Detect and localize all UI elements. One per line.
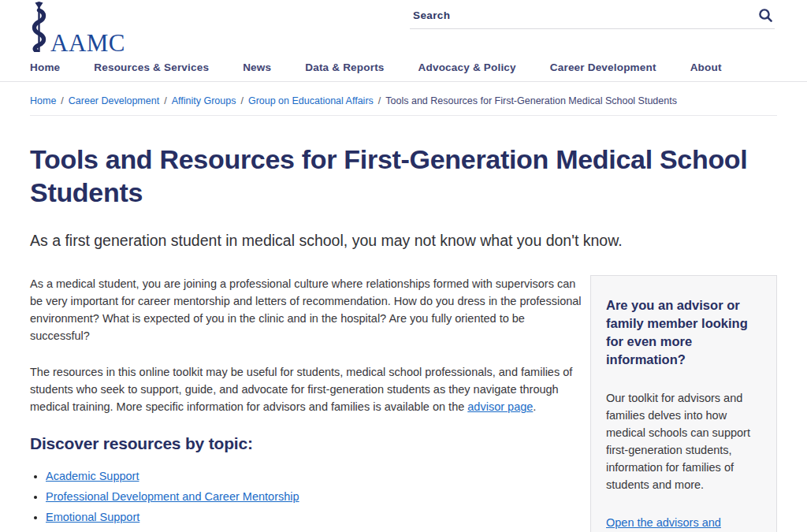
callout-body: Our toolkit for advisors and families de… (606, 389, 761, 493)
nav-news[interactable]: News (243, 61, 271, 73)
breadcrumb-affinity-groups[interactable]: Affinity Groups (172, 95, 236, 106)
breadcrumb-career-development[interactable]: Career Development (69, 95, 159, 106)
intro-paragraph: As a medical student, you are joining a … (30, 275, 582, 344)
topic-link-professional-development[interactable]: Professional Development and Career Ment… (46, 490, 299, 503)
rod-of-asclepius-icon (30, 2, 48, 52)
advisor-family-callout: Are you an advisor or family member look… (590, 275, 777, 532)
main-content: Tools and Resources for First-Generation… (0, 143, 807, 532)
breadcrumb-current: Tools and Resources for First-Generation… (385, 95, 677, 106)
topic-link-emotional-support[interactable]: Emotional Support (46, 511, 139, 523)
list-item: Academic Support (46, 470, 582, 483)
breadcrumb-separator: / (61, 95, 63, 106)
breadcrumb-separator: / (378, 95, 381, 106)
callout-heading: Are you an advisor or family member look… (606, 296, 761, 369)
topic-list: Academic Support Professional Developmen… (30, 470, 582, 532)
breadcrumb: Home/Career Development/Affinity Groups/… (30, 82, 777, 116)
breadcrumb-separator: / (240, 95, 243, 106)
breadcrumb-separator: / (164, 95, 166, 106)
search-input[interactable] (410, 9, 758, 21)
nav-career-development[interactable]: Career Development (550, 61, 656, 73)
search-icon[interactable] (758, 8, 775, 23)
nav-data-reports[interactable]: Data & Reports (305, 61, 384, 73)
advisors-toolkit-link[interactable]: Open the advisors and families toolkit (606, 514, 761, 532)
aamc-wordmark: AAMC (50, 34, 125, 52)
page-subtitle: As a first generation student in medical… (30, 230, 777, 251)
nav-home[interactable]: Home (30, 61, 60, 73)
aamc-logo[interactable]: AAMC (30, 2, 125, 52)
main-nav: Home Resources & Services News Data & Re… (30, 61, 722, 73)
breadcrumb-group-educational-affairs[interactable]: Group on Educational Affairs (248, 95, 374, 106)
site-header: AAMC Home Resources & Services News Data… (0, 0, 807, 82)
nav-advocacy-policy[interactable]: Advocacy & Policy (418, 61, 516, 73)
nav-resources-services[interactable]: Resources & Services (94, 61, 209, 73)
advisor-page-link[interactable]: advisor page (467, 400, 533, 413)
nav-about[interactable]: About (690, 61, 722, 73)
breadcrumb-row: Home/Career Development/Affinity Groups/… (0, 82, 807, 116)
list-item: Professional Development and Career Ment… (46, 490, 582, 504)
toolkit-paragraph-period: . (533, 400, 536, 413)
breadcrumb-home[interactable]: Home (30, 95, 56, 106)
page-title: Tools and Resources for First-Generation… (30, 143, 777, 209)
content-columns: As a medical student, you are joining a … (30, 275, 777, 532)
discover-heading: Discover resources by topic: (30, 434, 582, 453)
list-item: Emotional Support (46, 511, 582, 524)
topic-link-academic-support[interactable]: Academic Support (46, 470, 139, 482)
search-bar (410, 8, 775, 29)
article-body: As a medical student, you are joining a … (30, 275, 582, 532)
toolkit-paragraph: The resources in this online toolkit may… (30, 363, 582, 415)
